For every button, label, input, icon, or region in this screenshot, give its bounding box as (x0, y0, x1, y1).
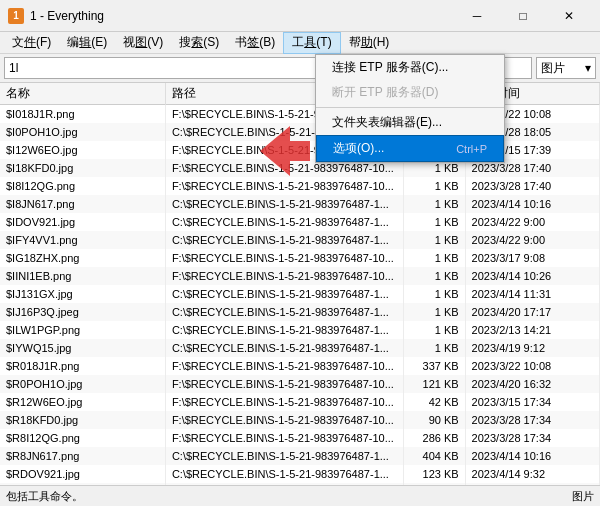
tools-menu-item-1: 断开 ETP 服务器(D) (316, 80, 504, 105)
cell-name: $IYWQ15.jpg (0, 339, 165, 357)
menu-search[interactable]: 搜索(S) (171, 32, 227, 54)
table-row[interactable]: $I8JN617.pngC:\$RECYCLE.BIN\S-1-5-21-983… (0, 195, 600, 213)
menu-separator (316, 107, 504, 108)
cell-date: 2023/3/22 10:08 (465, 357, 599, 375)
menu-file[interactable]: 文件(F) (4, 32, 59, 54)
menu-item-label: 选项(O)... (333, 140, 384, 157)
cell-date: 2023/4/14 10:16 (465, 195, 599, 213)
filter-label: 图片 (541, 60, 565, 77)
tools-menu-item-0[interactable]: 连接 ETP 服务器(C)... (316, 55, 504, 80)
filter-dropdown[interactable]: 图片 ▾ (536, 57, 596, 79)
cell-path: C:\$RECYCLE.BIN\S-1-5-21-983976487-1... (165, 339, 403, 357)
cell-path: C:\$RECYCLE.BIN\S-1-5-21-983976487-1... (165, 195, 403, 213)
close-button[interactable]: ✕ (546, 0, 592, 32)
cell-path: F:\$RECYCLE.BIN\S-1-5-21-983976487-10... (165, 267, 403, 285)
cell-size: 1 KB (403, 213, 465, 231)
table-row[interactable]: $IDOV921.jpgC:\$RECYCLE.BIN\S-1-5-21-983… (0, 213, 600, 231)
cell-size: 1 KB (403, 339, 465, 357)
cell-name: $R018J1R.png (0, 357, 165, 375)
tools-menu-item-3[interactable]: 选项(O)...Ctrl+P (316, 135, 504, 162)
table-row[interactable]: $ILW1PGP.pngC:\$RECYCLE.BIN\S-1-5-21-983… (0, 321, 600, 339)
cell-date: 2023/4/14 11:31 (465, 285, 599, 303)
table-row[interactable]: $R8JN617.pngC:\$RECYCLE.BIN\S-1-5-21-983… (0, 447, 600, 465)
cell-path: C:\$RECYCLE.BIN\S-1-5-21-983976487-1... (165, 285, 403, 303)
table-row[interactable]: $IJ131GX.jpgC:\$RECYCLE.BIN\S-1-5-21-983… (0, 285, 600, 303)
cell-size: 1 KB (403, 195, 465, 213)
cell-size: 404 KB (403, 447, 465, 465)
status-bar: 包括工具命令。 图片 (0, 485, 600, 506)
minimize-button[interactable]: ─ (454, 0, 500, 32)
cell-date: 2023/4/19 9:12 (465, 339, 599, 357)
cell-name: $I0POH1O.jpg (0, 123, 165, 141)
cell-name: $R12W6EO.jpg (0, 393, 165, 411)
cell-name: $I8JN617.png (0, 195, 165, 213)
search-bar: 图片 ▾ (0, 54, 600, 83)
cell-name: $I18KFD0.jpg (0, 159, 165, 177)
menu-item-label: 断开 ETP 服务器(D) (332, 84, 438, 101)
menu-edit[interactable]: 编辑(E) (59, 32, 115, 54)
cell-size: 42 KB (403, 393, 465, 411)
menu-help[interactable]: 帮助(H) (341, 32, 398, 54)
table-row[interactable]: $RDOV921.jpgC:\$RECYCLE.BIN\S-1-5-21-983… (0, 465, 600, 483)
app-icon: 1 (8, 8, 24, 24)
menu-bar: 文件(F) 编辑(E) 视图(V) 搜索(S) 书签(B) 工具(T) 帮助(H… (0, 32, 600, 54)
status-left: 包括工具命令。 (6, 489, 83, 504)
table-row[interactable]: $I0POH1O.jpgC:\$RECYCLE.BIN\S-1-5-21-983… (0, 123, 600, 141)
title-bar: 1 1 - Everything ─ □ ✕ (0, 0, 600, 32)
cell-date: 2023/4/20 16:32 (465, 375, 599, 393)
table-row[interactable]: $I12W6EO.jpgF:\$RECYCLE.BIN\S-1-5-21-983… (0, 141, 600, 159)
cell-size: 1 KB (403, 267, 465, 285)
tools-dropdown-menu: 连接 ETP 服务器(C)...断开 ETP 服务器(D)文件夹表编辑器(E).… (315, 54, 505, 163)
menu-view[interactable]: 视图(V) (115, 32, 171, 54)
cell-name: $IFY4VV1.png (0, 231, 165, 249)
cell-path: C:\$RECYCLE.BIN\S-1-5-21-983976487-1... (165, 465, 403, 483)
menu-tools[interactable]: 工具(T) (283, 32, 340, 54)
table-row[interactable]: $I18KFD0.jpgF:\$RECYCLE.BIN\S-1-5-21-983… (0, 159, 600, 177)
cell-name: $IJ131GX.jpg (0, 285, 165, 303)
table-row[interactable]: $IYWQ15.jpgC:\$RECYCLE.BIN\S-1-5-21-9839… (0, 339, 600, 357)
cell-path: C:\$RECYCLE.BIN\S-1-5-21-983976487-1... (165, 321, 403, 339)
maximize-button[interactable]: □ (500, 0, 546, 32)
cell-size: 1 KB (403, 231, 465, 249)
cell-date: 2023/4/14 10:16 (465, 447, 599, 465)
cell-size: 90 KB (403, 411, 465, 429)
table-row[interactable]: $I018J1R.pngF:\$RECYCLE.BIN\S-1-5-21-983… (0, 105, 600, 123)
window-title: 1 - Everything (30, 9, 104, 23)
table-row[interactable]: $IINI1EB.pngF:\$RECYCLE.BIN\S-1-5-21-983… (0, 267, 600, 285)
table-row[interactable]: $R0POH1O.jpgF:\$RECYCLE.BIN\S-1-5-21-983… (0, 375, 600, 393)
cell-name: $IDOV921.jpg (0, 213, 165, 231)
tools-menu-item-2[interactable]: 文件夹表编辑器(E)... (316, 110, 504, 135)
table-row[interactable]: $R8I12QG.pngF:\$RECYCLE.BIN\S-1-5-21-983… (0, 429, 600, 447)
cell-size: 286 KB (403, 429, 465, 447)
table-row[interactable]: $R018J1R.pngF:\$RECYCLE.BIN\S-1-5-21-983… (0, 357, 600, 375)
cell-name: $I12W6EO.jpg (0, 141, 165, 159)
window-controls: ─ □ ✕ (454, 0, 592, 32)
table-row[interactable]: $IJ16P3Q.jpegC:\$RECYCLE.BIN\S-1-5-21-98… (0, 303, 600, 321)
cell-name: $I8I12QG.png (0, 177, 165, 195)
menu-tools-label: 工具(T) (292, 34, 331, 51)
menu-bookmarks[interactable]: 书签(B) (227, 32, 283, 54)
cell-path: F:\$RECYCLE.BIN\S-1-5-21-983976487-10... (165, 357, 403, 375)
menu-search-label: 搜索(S) (179, 34, 219, 51)
table-row[interactable]: $IFY4VV1.pngC:\$RECYCLE.BIN\S-1-5-21-983… (0, 231, 600, 249)
cell-date: 2023/4/14 10:26 (465, 267, 599, 285)
table-row[interactable]: $R18KFD0.jpgF:\$RECYCLE.BIN\S-1-5-21-983… (0, 411, 600, 429)
file-table: 名称 路径 大小 修改时间 $I018J1R.pngF:\$RECYCLE.BI… (0, 83, 600, 485)
cell-name: $RDOV921.jpg (0, 465, 165, 483)
table-row[interactable]: $I8I12QG.pngF:\$RECYCLE.BIN\S-1-5-21-983… (0, 177, 600, 195)
cell-name: $R0POH1O.jpg (0, 375, 165, 393)
cell-path: C:\$RECYCLE.BIN\S-1-5-21-983976487-1... (165, 213, 403, 231)
menu-view-label: 视图(V) (123, 34, 163, 51)
cell-path: F:\$RECYCLE.BIN\S-1-5-21-983976487-10... (165, 411, 403, 429)
menu-help-label: 帮助(H) (349, 34, 390, 51)
table-row[interactable]: $R12W6EO.jpgF:\$RECYCLE.BIN\S-1-5-21-983… (0, 393, 600, 411)
dropdown-arrow-icon: ▾ (585, 61, 591, 75)
cell-date: 2023/3/28 17:34 (465, 429, 599, 447)
cell-name: $ILW1PGP.png (0, 321, 165, 339)
cell-date: 2023/3/28 17:40 (465, 177, 599, 195)
cell-date: 2023/2/13 14:21 (465, 321, 599, 339)
file-table-container: 名称 路径 大小 修改时间 $I018J1R.pngF:\$RECYCLE.BI… (0, 83, 600, 485)
cell-name: $IJ16P3Q.jpeg (0, 303, 165, 321)
table-row[interactable]: $IG18ZHX.pngF:\$RECYCLE.BIN\S-1-5-21-983… (0, 249, 600, 267)
col-header-name[interactable]: 名称 (0, 83, 165, 105)
